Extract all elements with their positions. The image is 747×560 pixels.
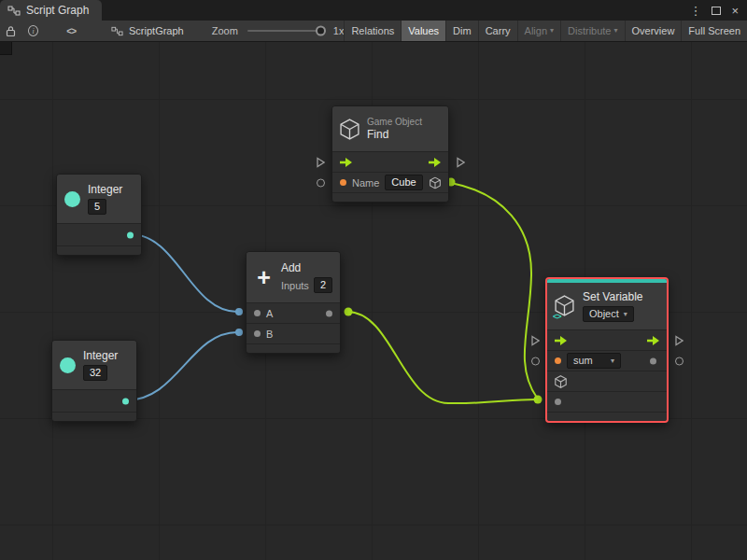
input-port-a[interactable]	[254, 310, 261, 316]
integer-output-port[interactable]	[122, 398, 129, 404]
node-footer	[547, 412, 667, 421]
value-input-port[interactable]	[555, 399, 561, 405]
inputs-count-field[interactable]: 2	[314, 277, 332, 293]
window-controls: ⋮ ×	[689, 0, 747, 21]
output-port-row	[57, 223, 141, 245]
overview-button[interactable]: Overview	[625, 21, 682, 41]
port-cap	[534, 396, 543, 404]
flow-out-triangle-icon[interactable]	[457, 157, 465, 168]
sum-output-port[interactable]	[326, 310, 332, 316]
flow-out-arrow-icon[interactable]	[428, 157, 442, 168]
graph-asset-icon	[111, 26, 123, 36]
port-b-label: B	[266, 329, 273, 340]
name-port-circle-icon[interactable]	[531, 357, 540, 365]
zoom-value: 1x	[333, 25, 345, 36]
node-footer	[332, 192, 448, 202]
gameobject-output-port[interactable]	[430, 176, 441, 189]
zoom-slider-handle[interactable]	[316, 26, 326, 36]
menu-icon[interactable]: ⋮	[689, 4, 701, 18]
integer-value-field[interactable]: 5	[88, 199, 106, 215]
flow-in-arrow-icon[interactable]	[554, 335, 568, 346]
tab-bar: Script Graph ⋮ ×	[0, 0, 747, 21]
graph-asset-name: ScriptGraph	[129, 25, 184, 36]
lock-icon[interactable]	[6, 25, 16, 37]
wire-find-to-setvariable[interactable]	[451, 183, 537, 398]
graph-canvas[interactable]: Integer 5 Integer 32	[0, 42, 747, 560]
port-row-a: A	[247, 302, 340, 323]
variable-name-port[interactable]	[555, 357, 561, 364]
flow-out-triangle-icon[interactable]	[675, 335, 684, 346]
node-add[interactable]: + Add Inputs 2 A B	[246, 251, 341, 354]
node-footer	[247, 343, 340, 353]
value-input-row	[547, 391, 667, 412]
toolbar-button-group: Relations Values Dim Carry Align ▾ Distr…	[344, 21, 747, 41]
caret-down-icon: ▾	[614, 27, 618, 35]
node-integer-bottom[interactable]: Integer 32	[51, 340, 137, 422]
flow-in-arrow-icon[interactable]	[339, 157, 353, 168]
dim-button[interactable]: Dim	[445, 21, 478, 41]
distribute-label: Distribute	[568, 25, 611, 36]
graph-asset[interactable]: ScriptGraph	[111, 25, 184, 36]
set-variable-icon: <>	[555, 295, 575, 318]
flow-in-triangle-icon[interactable]	[317, 157, 325, 168]
input-port-b[interactable]	[254, 330, 261, 337]
code-icon[interactable]: <>	[66, 26, 76, 36]
wire-integer5-to-add-a[interactable]	[131, 234, 237, 312]
node-header[interactable]: Integer 32	[52, 341, 136, 389]
inputs-label: Inputs	[281, 280, 309, 291]
caret-down-icon: ▾	[624, 311, 627, 318]
port-cap	[235, 308, 243, 315]
object-target-port[interactable]	[555, 375, 567, 388]
name-input-port[interactable]	[340, 179, 346, 186]
port-cap	[345, 308, 353, 316]
integer-output-port[interactable]	[127, 231, 134, 238]
variable-name: sum	[573, 355, 593, 367]
tab-title: Script Graph	[26, 4, 89, 17]
variable-scope-dropdown[interactable]: Object ▾	[583, 306, 634, 322]
graph-icon	[7, 6, 21, 16]
add-icon: +	[254, 266, 274, 289]
node-title: Integer	[83, 349, 118, 362]
flow-port-row	[547, 329, 667, 350]
integer-value-field[interactable]: 32	[83, 365, 107, 381]
node-header[interactable]: + Add Inputs 2	[247, 252, 340, 302]
output-port-circle-icon[interactable]	[675, 357, 684, 365]
fullscreen-button[interactable]: Full Screen	[681, 21, 747, 41]
wire-add-to-setvariable[interactable]	[347, 312, 536, 403]
carry-button[interactable]: Carry	[478, 21, 517, 41]
node-integer-top[interactable]: Integer 5	[56, 174, 142, 256]
node-set-variable[interactable]: <> Set Variable Object ▾	[545, 277, 669, 423]
node-header[interactable]: Integer 5	[57, 175, 141, 223]
info-icon[interactable]: i	[28, 25, 38, 36]
name-value-field[interactable]: Cube	[385, 175, 422, 190]
maximize-icon[interactable]	[712, 7, 721, 15]
flow-in-triangle-icon[interactable]	[531, 335, 540, 346]
node-header[interactable]: <> Set Variable Object ▾	[547, 283, 667, 329]
name-port-circle-icon[interactable]	[317, 178, 325, 187]
node-title: Integer	[88, 183, 122, 196]
port-row-b: B	[247, 323, 340, 343]
node-category: Game Object	[367, 117, 422, 127]
scope-label: Object	[589, 308, 619, 320]
flow-out-arrow-icon[interactable]	[646, 335, 660, 346]
tab-script-graph[interactable]: Script Graph	[0, 0, 102, 21]
script-graph-window: Script Graph ⋮ × i <> ScriptGraph Zoom 1…	[0, 0, 747, 560]
zoom-slider[interactable]	[247, 30, 326, 32]
variable-name-row: sum ▾	[547, 350, 667, 371]
integer-icon	[60, 357, 76, 373]
wire-integer32-to-add-b[interactable]	[126, 332, 237, 400]
output-port-row	[52, 389, 136, 412]
zoom-label: Zoom	[212, 25, 238, 36]
values-button[interactable]: Values	[401, 21, 445, 41]
node-header[interactable]: Game Object Find	[332, 106, 448, 151]
value-output-port[interactable]	[650, 357, 656, 364]
distribute-button[interactable]: Distribute ▾	[560, 21, 624, 41]
node-footer	[57, 245, 141, 255]
name-label: Name	[352, 177, 379, 189]
node-footer	[52, 412, 136, 421]
close-icon[interactable]: ×	[731, 4, 739, 18]
relations-button[interactable]: Relations	[344, 21, 401, 41]
node-find[interactable]: Game Object Find	[331, 105, 449, 203]
align-button[interactable]: Align ▾	[517, 21, 560, 41]
variable-name-dropdown[interactable]: sum ▾	[567, 353, 621, 369]
